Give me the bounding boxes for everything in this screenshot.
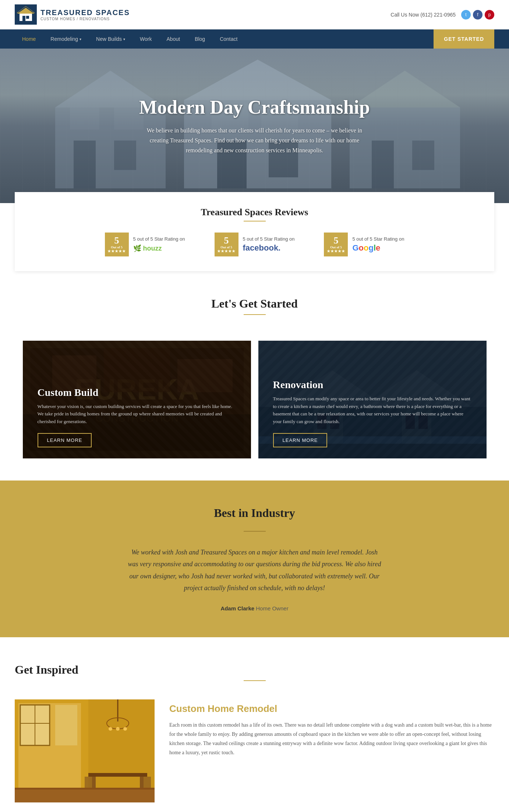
svg-rect-9 <box>70 107 99 130</box>
phone-number: Call Us Now (612) 221-0965 <box>390 12 456 18</box>
pinterest-icon[interactable]: p <box>485 10 494 19</box>
renovation-description: Treasured Spaces can modify any space or… <box>273 395 472 426</box>
top-right: Call Us Now (612) 221-0965 t f p <box>390 10 494 19</box>
top-bar: TREASURED SPACES CUSTOM HOMES / RENOVATI… <box>0 0 509 29</box>
custom-build-learn-more[interactable]: LEARN MORE <box>38 433 92 447</box>
svg-marker-12 <box>184 60 331 100</box>
nav-items: Home Remodeling ▾ New Builds ▾ Work Abou… <box>15 29 434 49</box>
renovation-learn-more[interactable]: LEARN MORE <box>273 433 328 447</box>
hero-title: Modern Day Craftsmanship <box>139 96 370 118</box>
inspired-article-title: Custom Home Remodel <box>169 703 494 715</box>
nav-item-remodeling[interactable]: Remodeling ▾ <box>43 29 89 49</box>
lets-get-started-section: Let's Get Started <box>0 271 509 341</box>
custom-build-title: Custom Build <box>38 387 236 398</box>
hero-description: We believe in building homes that our cl… <box>144 125 365 156</box>
section-divider <box>244 531 266 532</box>
get-inspired-section: Get Inspired <box>0 637 509 812</box>
svg-rect-53 <box>88 773 147 777</box>
star-badge-houzz: 5 Out of 5 ★★★★★ <box>105 233 129 256</box>
custom-build-description: Whatever your vision is, our custom buil… <box>38 403 236 426</box>
google-logo: Google <box>352 243 404 253</box>
nav-item-new-builds[interactable]: New Builds ▾ <box>89 29 132 49</box>
inspired-content-row: Custom Home Remodel Each room in this cu… <box>15 699 494 802</box>
twitter-icon[interactable]: t <box>461 10 471 19</box>
navigation: Home Remodeling ▾ New Builds ▾ Work Abou… <box>0 29 509 49</box>
hero-content: Modern Day Craftsmanship We believe in b… <box>102 96 407 156</box>
nav-item-contact[interactable]: Contact <box>212 29 245 49</box>
logo-title: TREASURED SPACES <box>40 8 130 17</box>
logo-icon <box>15 4 37 25</box>
review-item-google: 5 Out of 5 ★★★★★ 5 out of 5 Star Rating … <box>324 233 404 256</box>
svg-rect-59 <box>15 788 155 790</box>
best-in-industry-section: Best in Industry We worked with Josh and… <box>0 481 509 637</box>
renovation-title: Renovation <box>273 379 472 391</box>
svg-rect-20 <box>412 141 434 170</box>
section-divider <box>244 680 266 681</box>
svg-rect-47 <box>55 705 77 745</box>
svg-rect-3 <box>26 16 29 19</box>
nav-item-about[interactable]: About <box>159 29 188 49</box>
svg-rect-1 <box>20 14 32 21</box>
renovation-card[interactable]: Renovation Treasured Spaces can modify a… <box>258 341 487 458</box>
reviews-section: Treasured Spaces Reviews 5 Out of 5 ★★★★… <box>15 192 494 271</box>
inspired-text: Custom Home Remodel Each room in this cu… <box>169 699 494 758</box>
custom-build-card[interactable]: EUREKA CONSTRUCTION Custom Build Whateve… <box>23 341 251 458</box>
inspired-image <box>15 699 155 802</box>
inspired-article-body: Each room in this custom remodel has a l… <box>169 720 494 758</box>
reviews-divider <box>244 221 266 221</box>
get-started-button[interactable]: GET STARTED <box>434 29 494 49</box>
hero-section: Modern Day Craftsmanship We believe in b… <box>0 49 509 203</box>
logo-subtitle: CUSTOM HOMES / RENOVATIONS <box>40 17 130 21</box>
testimonial-author: Adam Clarke Home Owner <box>44 605 465 611</box>
svg-point-52 <box>123 727 127 731</box>
testimonial-text: We worked with Josh and Treasured Spaces… <box>126 546 383 594</box>
star-badge-facebook: 5 Out of 5 ★★★★★ <box>215 233 238 256</box>
dropdown-arrow: ▾ <box>79 37 81 41</box>
review-item-facebook: 5 Out of 5 ★★★★★ 5 out of 5 Star Rating … <box>215 233 295 256</box>
facebook-icon[interactable]: f <box>473 10 483 19</box>
svg-rect-7 <box>74 141 96 188</box>
svg-rect-58 <box>15 788 155 802</box>
section-divider <box>244 314 266 315</box>
lets-get-started-title: Let's Get Started <box>15 297 494 311</box>
review-info-houzz: 5 out of 5 Star Rating on 🌿 houzz <box>133 236 185 253</box>
renovation-content: Renovation Treasured Spaces can modify a… <box>258 341 487 458</box>
svg-point-51 <box>116 727 120 731</box>
nav-item-blog[interactable]: Blog <box>187 29 212 49</box>
logo-text: TREASURED SPACES CUSTOM HOMES / RENOVATI… <box>40 8 130 21</box>
review-item-houzz: 5 Out of 5 ★★★★★ 5 out of 5 Star Rating … <box>105 233 185 256</box>
reviews-row: 5 Out of 5 ★★★★★ 5 out of 5 Star Rating … <box>44 233 465 256</box>
svg-point-50 <box>109 727 112 731</box>
star-badge-google: 5 Out of 5 ★★★★★ <box>324 233 348 256</box>
nav-item-work[interactable]: Work <box>132 29 159 49</box>
social-icons: t f p <box>461 10 494 19</box>
nav-item-home[interactable]: Home <box>15 29 43 49</box>
svg-rect-2 <box>22 16 25 21</box>
get-inspired-title: Get Inspired <box>15 663 494 677</box>
best-in-industry-title: Best in Industry <box>44 506 465 520</box>
review-info-facebook: 5 out of 5 Star Rating on facebook. <box>243 236 295 253</box>
reviews-title: Treasured Spaces Reviews <box>44 207 465 218</box>
service-cards: EUREKA CONSTRUCTION Custom Build Whateve… <box>0 341 509 481</box>
review-info-google: 5 out of 5 Star Rating on Google <box>352 236 404 253</box>
custom-build-content: Custom Build Whatever your vision is, ou… <box>23 341 251 458</box>
logo[interactable]: TREASURED SPACES CUSTOM HOMES / RENOVATI… <box>15 4 130 25</box>
dropdown-arrow: ▾ <box>123 37 125 41</box>
